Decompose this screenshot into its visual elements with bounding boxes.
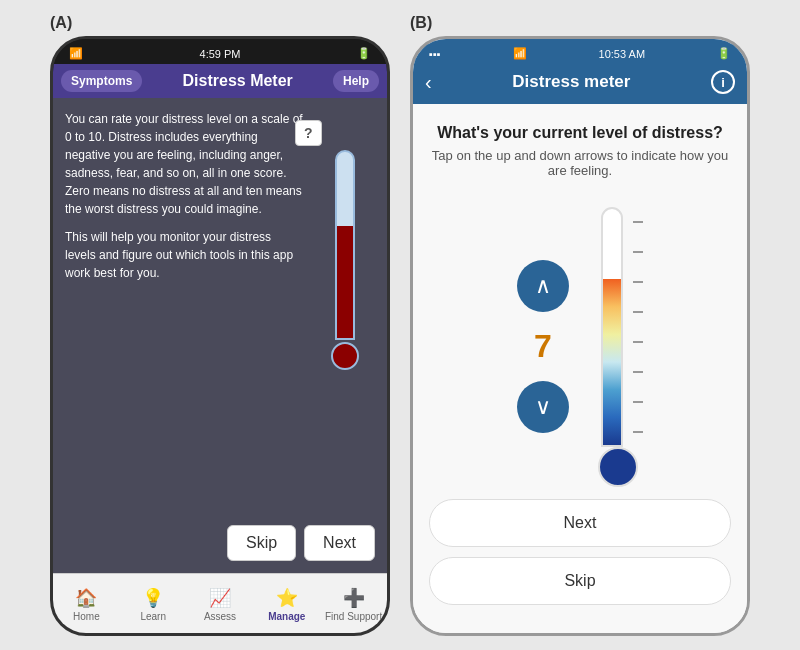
signal-icon: ▪▪▪ [429,48,441,60]
scale-tick [633,281,643,283]
tab-home[interactable]: 🏠 Home [53,587,120,622]
time-display-b: 10:53 AM [599,48,645,60]
distress-value: 7 [534,328,552,365]
down-arrow-button[interactable]: ∨ [517,381,569,433]
tab-learn-label: Learn [140,611,166,622]
tab-home-label: Home [73,611,100,622]
meter-controls: ∧ 7 ∨ [517,260,569,433]
description-para1: You can rate your distress level on a sc… [65,110,305,218]
phone-b-body: What's your current level of distress? T… [413,104,747,633]
thermometer-b [593,207,643,487]
therm-b-scale [627,207,643,447]
thermometer-a-visual [331,150,359,370]
tab-learn[interactable]: 💡 Learn [120,587,187,622]
therm-a-fill [337,226,353,338]
phone-a-navbar: Symptoms Distress Meter Help [53,64,387,98]
description-para2: This will help you monitor your distress… [65,228,305,282]
phone-b-status-bar: ▪▪▪ 📶 10:53 AM 🔋 [413,39,747,64]
distress-instruction: Tap on the up and down arrows to indicat… [429,148,731,178]
distress-meter-title: Distress Meter [148,72,327,90]
home-icon: 🏠 [75,587,97,609]
thermometer-a: ? [315,110,375,505]
scale-tick [633,221,643,223]
therm-a-bulb [331,342,359,370]
info-button[interactable]: i [711,70,735,94]
battery-icon: 🔋 [357,47,371,60]
manage-icon: ⭐ [276,587,298,609]
back-button[interactable]: ‹ [425,71,432,94]
skip-button-a[interactable]: Skip [227,525,296,561]
question-bubble: ? [295,120,322,146]
distress-question: What's your current level of distress? [437,124,723,142]
phone-a-actions: Skip Next [53,517,387,573]
wifi-icon: 📶 [69,47,83,60]
phone-b-action-buttons: Next Skip [429,499,731,617]
next-button-a[interactable]: Next [304,525,375,561]
phone-a-status-bar: 📶 4:59 PM 🔋 [53,39,387,64]
phone-a-description: You can rate your distress level on a sc… [65,110,305,505]
skip-button-b[interactable]: Skip [429,557,731,605]
distress-meter-title-b: Distress meter [432,72,711,92]
tab-assess[interactable]: 📈 Assess [187,587,254,622]
scale-tick [633,401,643,403]
therm-b-bulb [598,447,638,487]
symptoms-button[interactable]: Symptoms [61,70,142,92]
therm-b-fill [603,279,621,444]
up-arrow-button[interactable]: ∧ [517,260,569,312]
phone-a-body: You can rate your distress level on a sc… [53,98,387,517]
find-support-icon: ➕ [343,587,365,609]
tab-manage-label: Manage [268,611,305,622]
tab-assess-label: Assess [204,611,236,622]
phone-a: 📶 4:59 PM 🔋 Symptoms Distress Meter Help… [50,36,390,636]
next-button-b[interactable]: Next [429,499,731,547]
scale-tick [633,311,643,313]
label-b: (B) [410,14,432,32]
scale-tick [633,431,643,433]
phone-b-navbar: ‹ Distress meter i [413,64,747,104]
tab-find-support[interactable]: ➕ Find Support [320,587,387,622]
learn-icon: 💡 [142,587,164,609]
scale-tick [633,341,643,343]
meter-area: ∧ 7 ∨ [517,194,643,499]
scale-tick [633,371,643,373]
label-a: (A) [50,14,72,32]
tab-manage[interactable]: ⭐ Manage [253,587,320,622]
phone-a-tabbar: 🏠 Home 💡 Learn 📈 Assess ⭐ Manage ➕ [53,573,387,633]
battery-icon-b: 🔋 [717,47,731,60]
phone-b: ▪▪▪ 📶 10:53 AM 🔋 ‹ Distress meter i What… [410,36,750,636]
time-display: 4:59 PM [200,48,241,60]
tab-support-label: Find Support [325,611,382,622]
wifi-icon-b: 📶 [513,47,527,60]
scale-tick [633,251,643,253]
assess-icon: 📈 [209,587,231,609]
therm-a-tube [335,150,355,340]
therm-b-tube [601,207,623,447]
help-button[interactable]: Help [333,70,379,92]
